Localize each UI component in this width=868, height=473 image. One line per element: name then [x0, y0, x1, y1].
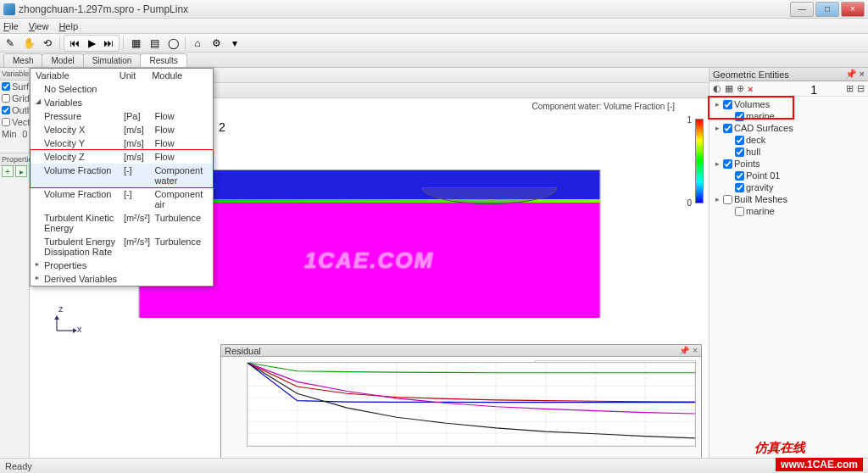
pin-icon[interactable]: 📌 — [679, 346, 689, 355]
tree-check-point01[interactable] — [735, 171, 744, 181]
tool-sphere-icon[interactable]: ◯ — [164, 36, 181, 51]
tree-item-points[interactable]: Points — [734, 159, 760, 169]
tree-check-deck[interactable] — [735, 136, 744, 145]
dd-group-derived[interactable]: ▸Derived Variables — [31, 272, 213, 286]
close-button[interactable]: × — [841, 2, 865, 17]
prop-expand-icon[interactable]: ▸ — [15, 165, 27, 177]
viewport-variable-info: Component water: Volume Fraction [-] — [532, 102, 675, 111]
dd-no-selection[interactable]: No Selection — [31, 82, 213, 96]
axes-indicator: z x — [53, 315, 79, 337]
dd-header-variable: Variable — [36, 70, 120, 81]
watermark-cn: 仿真在线 — [754, 440, 805, 456]
check-surf-label: Surf — [12, 81, 29, 92]
tool-delete-icon[interactable]: × — [748, 84, 753, 94]
prop-add-icon[interactable]: + — [2, 165, 14, 177]
check-surf[interactable] — [2, 82, 10, 91]
svg-text:7: 7 — [544, 444, 549, 447]
tool-collapse-icon[interactable]: ⊟ — [857, 83, 865, 94]
prev-icon[interactable]: ⏮ — [66, 36, 83, 51]
check-vect-label: Vect — [12, 117, 30, 127]
dd-group-properties[interactable]: ▸Properties — [31, 259, 213, 272]
tree-item-cad-surfaces[interactable]: CAD Surfaces — [734, 123, 793, 133]
dd-item-tedr[interactable]: Turbulent Energy Dissipation Rate[m²/s³]… — [31, 235, 213, 259]
app-icon — [3, 3, 15, 15]
tree-item-marine[interactable]: marine — [746, 111, 775, 121]
tree-item-built-meshes[interactable]: Built Meshes — [734, 194, 787, 204]
tree-check-marine2[interactable] — [735, 207, 744, 216]
tool-locate-icon[interactable]: ⊕ — [737, 83, 744, 94]
tree-item-hull[interactable]: hull — [746, 147, 760, 157]
tree-check-gravity[interactable] — [735, 183, 744, 192]
geometric-entities-panel: Geometric Entities 📌 × ◐ ▦ ⊕ × ⊞ ⊟ ▸Volu… — [709, 68, 868, 473]
tree-item-point01[interactable]: Point 01 — [746, 170, 780, 181]
tab-simulation[interactable]: Simulation — [83, 53, 142, 67]
dd-group-variables[interactable]: ◢Variables — [31, 96, 213, 109]
dd-item-vely[interactable]: Velocity Y[m/s]Flow — [31, 136, 213, 150]
minimize-button[interactable]: — — [790, 2, 814, 17]
annotation-1: 1 — [810, 83, 817, 97]
svg-text:6: 6 — [494, 444, 499, 447]
next-icon[interactable]: ⏭ — [100, 36, 117, 51]
svg-text:4: 4 — [395, 444, 400, 447]
residual-panel: Residual 📌 × Residual Drop Iteration Vel… — [220, 344, 702, 470]
menu-view[interactable]: View — [29, 21, 49, 31]
tree-check-meshes[interactable] — [723, 195, 732, 204]
tab-results[interactable]: Results — [140, 53, 186, 67]
tree-check-cad[interactable] — [723, 124, 732, 133]
dd-header-module: Module — [152, 70, 208, 81]
tree-check-marine[interactable] — [735, 112, 744, 121]
tool-dropdown-icon[interactable]: ▾ — [226, 36, 243, 51]
tool-sphere-icon[interactable]: ◐ — [713, 83, 721, 94]
residual-title: Residual — [225, 346, 261, 356]
tool-cube-icon[interactable]: ▦ — [127, 36, 144, 51]
menu-help[interactable]: Help — [58, 21, 78, 31]
svg-text:2: 2 — [296, 444, 301, 447]
tab-mesh[interactable]: Mesh — [3, 53, 42, 67]
tree-item-volumes[interactable]: Volumes — [734, 99, 770, 109]
tool-home-icon[interactable]: ⌂ — [189, 36, 206, 51]
tree-item-deck[interactable]: deck — [746, 135, 765, 145]
annotation-2: 2 — [219, 120, 225, 134]
tab-model[interactable]: Model — [42, 53, 83, 67]
panel-close-icon[interactable]: × — [693, 346, 698, 355]
tool-rotate-icon[interactable]: ⟲ — [39, 36, 56, 51]
dd-item-vf-water[interactable]: Volume Fraction[-]Component water — [31, 164, 213, 187]
tree-check-volumes[interactable] — [723, 100, 732, 109]
dd-item-vf-air[interactable]: Volume Fraction[-]Component air — [31, 187, 213, 211]
play-icon[interactable]: ▶ — [83, 36, 100, 51]
dd-item-velz[interactable]: Velocity Z[m/s]Flow — [31, 150, 213, 164]
panel-pin-icon[interactable]: 📌 — [845, 69, 857, 79]
tree-check-points[interactable] — [723, 159, 732, 169]
menu-file[interactable]: FFileile — [3, 21, 19, 31]
tree-item-marine-mesh[interactable]: marine — [746, 206, 775, 216]
check-vect[interactable] — [2, 118, 10, 126]
dd-item-tke[interactable]: Turbulent Kinetic Energy[m²/s²]Turbulenc… — [31, 211, 213, 235]
entity-tree: ▸Volumes marine ▸CAD Surfaces deck hull … — [709, 97, 868, 219]
left-sidebar: Variable Surf Grid Outl Vect Min 0 — [0, 68, 30, 473]
tool-cube-icon[interactable]: ▦ — [725, 83, 733, 94]
panel-close-icon[interactable]: × — [860, 69, 865, 79]
svg-text:8: 8 — [594, 444, 599, 447]
tool-cursor-icon[interactable]: ✎ — [2, 36, 19, 51]
status-bar: Ready 50.7122 (8030) — [0, 458, 868, 473]
dd-item-pressure[interactable]: Pressure[Pa]Flow — [31, 109, 213, 123]
tool-grid-icon[interactable]: ▤ — [146, 36, 163, 51]
tree-item-gravity[interactable]: gravity — [746, 182, 773, 192]
min-label: Min — [2, 129, 17, 139]
svg-text:10: 10 — [688, 444, 696, 447]
tool-gear-icon[interactable]: ⚙ — [208, 36, 225, 51]
watermark-url: www.1CAE.com — [776, 458, 863, 471]
window-title: zhongchuan-1.297m.spro - PumpLinx — [19, 3, 790, 15]
tool-expand-icon[interactable]: ⊞ — [846, 83, 854, 94]
tree-check-hull[interactable] — [735, 147, 744, 157]
check-grid[interactable] — [2, 94, 10, 103]
variable-dropdown[interactable]: Variable Unit Module No Selection ◢Varia… — [30, 68, 214, 287]
dd-item-velx[interactable]: Velocity X[m/s]Flow — [31, 123, 213, 136]
check-outl[interactable] — [2, 106, 10, 114]
svg-text:3: 3 — [345, 444, 350, 447]
maximize-button[interactable]: □ — [815, 2, 839, 17]
tool-hand-icon[interactable]: ✋ — [20, 36, 37, 51]
svg-marker-1 — [54, 315, 59, 320]
axis-z-label: z — [58, 303, 64, 314]
properties-section-label: Properties — [0, 153, 30, 166]
